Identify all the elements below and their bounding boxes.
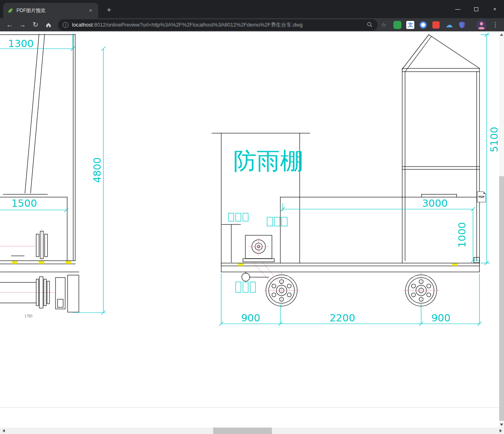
- dim-base-small: 1785: [25, 315, 33, 318]
- home-button[interactable]: [43, 19, 54, 31]
- dim-right-height: 5100: [488, 127, 499, 152]
- red-square-icon: [432, 21, 440, 29]
- reload-button[interactable]: ↻: [30, 19, 41, 31]
- url-text[interactable]: localhost:8012/onlinePreview?url=http%3A…: [72, 21, 363, 29]
- browser-menu-icon[interactable]: ⋮: [490, 19, 500, 31]
- home-icon: [45, 22, 52, 28]
- scroll-up-arrow[interactable]: [499, 31, 504, 37]
- dim-front-overhang: 900: [241, 312, 260, 324]
- new-tab-button[interactable]: +: [104, 5, 114, 15]
- page-info-icon[interactable]: i: [63, 22, 68, 28]
- zoom-icon[interactable]: [367, 22, 373, 28]
- back-button[interactable]: ←: [4, 19, 15, 31]
- up-arrow-icon: [500, 33, 503, 36]
- window-maximize-button[interactable]: [467, 0, 485, 18]
- scroll-left-arrow[interactable]: [0, 428, 7, 434]
- window-close-button[interactable]: ×: [485, 0, 504, 18]
- window-controls: — ×: [448, 0, 504, 18]
- extension-icon-green[interactable]: [393, 21, 401, 29]
- dim-left-height: 4800: [91, 157, 103, 183]
- address-bar[interactable]: i localhost:8012/onlinePreview?url=http%…: [58, 19, 378, 31]
- extension-icon-shield[interactable]: [458, 21, 466, 29]
- url-path: :8012/onlinePreview?url=http%3A%2F%2Floc…: [93, 22, 302, 28]
- scroll-down-arrow[interactable]: [499, 422, 504, 428]
- dim-body-width: 3000: [422, 197, 448, 209]
- extension-icon-red[interactable]: [432, 21, 440, 29]
- profile-avatar[interactable]: [476, 20, 487, 30]
- dim-left-top-width: 1300: [8, 38, 34, 49]
- vertical-scrollbar-thumb[interactable]: [499, 176, 504, 421]
- browser-tab[interactable]: PDF图片预览 ×: [3, 3, 98, 18]
- shield-icon: [459, 21, 465, 29]
- dim-body-height: 1000: [456, 222, 468, 248]
- cad-drawing: 1785 1300 4800 1500 防雨棚: [0, 31, 499, 428]
- extension-icon-cloud[interactable]: ☁: [445, 21, 453, 29]
- window-minimize-button[interactable]: —: [448, 0, 467, 18]
- tab-title: PDF图片预览: [16, 7, 84, 14]
- spring-leaf-favicon: [7, 8, 13, 14]
- extension-icon-blue-ring[interactable]: [419, 21, 427, 29]
- horizontal-scrollbar-thumb[interactable]: [213, 428, 272, 434]
- dwg-preview-page: 1785 1300 4800 1500 防雨棚: [0, 31, 499, 428]
- maximize-icon: [474, 7, 478, 11]
- bookmark-star-icon[interactable]: ☆: [381, 21, 386, 29]
- left-arrow-icon: [2, 429, 5, 432]
- browser-titlebar: PDF图片预览 × + — ×: [0, 0, 504, 18]
- dim-wheelbase: 2200: [329, 312, 355, 324]
- extension-icon-translate[interactable]: 文: [406, 21, 414, 29]
- forward-button[interactable]: →: [17, 19, 28, 31]
- vertical-scrollbar[interactable]: [499, 31, 504, 428]
- dim-tank-width: 1500: [11, 197, 37, 209]
- browser-toolbar: ← → ↻ i localhost:8012/onlinePreview?url…: [0, 18, 504, 31]
- browser-window: PDF图片预览 × + — × ← → ↻ i localhost:8012/o…: [0, 0, 504, 434]
- down-arrow-icon: [500, 424, 503, 426]
- blue-ring-icon: [420, 21, 427, 29]
- extensions-row: 文 ☁: [393, 21, 466, 29]
- right-arrow-icon: [500, 429, 502, 432]
- pdf-file-icon[interactable]: PDF: [477, 191, 486, 202]
- url-host: localhost: [72, 22, 93, 28]
- dim-rear-overhang: 900: [431, 312, 451, 324]
- horizontal-scrollbar[interactable]: [0, 428, 504, 434]
- avatar-person-icon: [476, 20, 487, 30]
- scroll-right-arrow[interactable]: [497, 428, 504, 434]
- shelter-label: 防雨棚: [233, 147, 303, 175]
- tab-close-icon[interactable]: ×: [87, 7, 94, 14]
